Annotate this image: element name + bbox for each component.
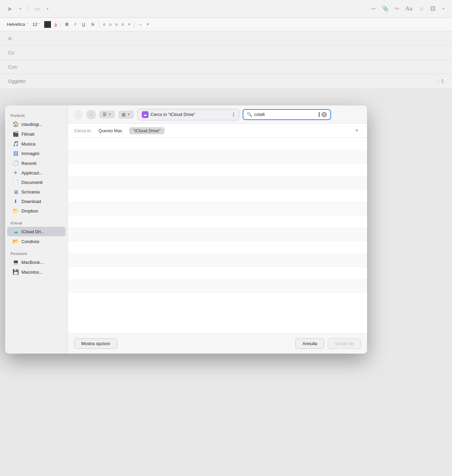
applicazi-icon: ✈ <box>13 170 19 175</box>
list-view-button[interactable]: ☰ ▼ <box>99 111 115 118</box>
grid-view-chevron: ▼ <box>127 113 131 116</box>
sidebar-item-macbook[interactable]: 💻 MacBook... <box>7 257 66 267</box>
file-row-2[interactable] <box>68 151 367 164</box>
font-size-chevron[interactable]: ⌃ <box>38 22 41 26</box>
sidebar-item-filmati-label: Filmati <box>21 132 34 137</box>
file-row-8[interactable] <box>68 228 367 241</box>
text-color-swatch[interactable] <box>44 21 51 28</box>
cc-label: Cc: <box>8 50 29 55</box>
to-field-row[interactable]: A: <box>0 31 452 46</box>
sidebar-section-posizioni-label: Posizioni <box>5 249 68 257</box>
file-row-11[interactable] <box>68 267 367 280</box>
search-location-this-mac[interactable]: Questo Mac <box>95 127 126 134</box>
dialog-footer: Mostra opzioni Annulla Scegli file <box>68 333 367 354</box>
underline-button[interactable]: U <box>81 21 86 27</box>
sidebar-item-recenti-label: Recenti <box>21 161 36 166</box>
sidebar-item-condivisi[interactable]: 📂 Condivisi <box>7 237 66 246</box>
search-location-icloud-drive[interactable]: "iCloud Drive" <box>129 127 164 134</box>
file-row-1[interactable] <box>68 138 367 151</box>
sidebar-item-scrivania[interactable]: 🖥 Scrivania <box>7 187 66 197</box>
choose-file-button[interactable]: Scegli file <box>328 338 361 349</box>
sidebar-item-download-label: Download <box>21 199 41 204</box>
italic-button[interactable]: I <box>73 21 77 27</box>
grid-view-button[interactable]: ⊞ ▼ <box>118 111 134 119</box>
search-clear-button[interactable]: ✕ <box>321 112 327 117</box>
sidebar-item-dropbox[interactable]: 📁 Dropbox <box>7 206 66 216</box>
sidebar-item-macintosh[interactable]: 💾 Macintos... <box>7 267 66 277</box>
font-selector[interactable]: Helvetica ⌃ <box>7 22 29 27</box>
file-row-9[interactable] <box>68 241 367 254</box>
file-row-5[interactable] <box>68 189 367 202</box>
forward-button[interactable]: › <box>86 110 96 119</box>
sidebar-item-immagini[interactable]: 🖼 Immagini <box>7 149 66 158</box>
file-row-6[interactable] <box>68 202 367 215</box>
sidebar: Preferiti 🏠 claudiogi... 🎬 Filmati 🎵 Mus… <box>5 105 68 354</box>
macintosh-icon: 💾 <box>13 269 19 275</box>
sidebar-item-documenti[interactable]: 📄 Documenti <box>7 177 66 187</box>
file-row-4[interactable] <box>68 176 367 189</box>
file-row-3[interactable] <box>68 164 367 176</box>
indent-icon[interactable]: → <box>138 22 143 27</box>
strikethrough-button[interactable]: S <box>90 21 96 27</box>
cancel-button[interactable]: Annulla <box>295 338 324 349</box>
subject-field-row[interactable]: Oggetto: ! ▲▼ <box>0 74 452 88</box>
attach-icon[interactable]: 📎 <box>382 5 389 12</box>
immagini-icon: 🖼 <box>13 151 19 156</box>
photo-dropdown-icon[interactable]: ▼ <box>442 7 445 11</box>
subject-arrows-icon[interactable]: ▲▼ <box>441 79 444 84</box>
font-size-label: 12 <box>32 22 37 27</box>
sidebar-item-claudiogi-label: claudiogi... <box>21 122 42 127</box>
location-label: Cerco in "iCloud Drive" <box>151 112 195 117</box>
mail-toolbar: ➤ ▼ ▭ ▼ ↩ 📎 ✏ Aa ☺ 🖼 ▼ <box>0 0 452 18</box>
bold-button[interactable]: B <box>64 21 70 27</box>
file-row-10[interactable] <box>68 254 367 267</box>
emoji-icon[interactable]: ☺ <box>419 6 424 12</box>
indent-dropdown-icon[interactable]: ▼ <box>146 22 150 26</box>
align-left-icon[interactable]: ≡ <box>103 22 105 27</box>
font-name-label: Helvetica <box>7 22 25 27</box>
list-dropdown-icon[interactable]: ▼ <box>127 22 131 26</box>
list-icon[interactable]: ≡ <box>121 22 124 27</box>
search-input-text[interactable]: cotafi <box>254 112 317 117</box>
sidebar-item-musica-label: Musica <box>21 141 35 147</box>
back-button[interactable]: ‹ <box>73 110 83 119</box>
send-dropdown-icon[interactable]: ▼ <box>19 7 22 11</box>
sidebar-item-musica[interactable]: 🎵 Musica <box>7 139 66 149</box>
sidebar-item-condivisi-label: Condivisi <box>21 239 39 244</box>
add-search-location-button[interactable]: + <box>353 126 361 135</box>
show-options-button[interactable]: Mostra opzioni <box>74 338 117 349</box>
format-toolbar: Helvetica ⌃ 12 ⌃ a B I U S ≡ ≡ ≡ ≡ ▼ → ▼ <box>0 18 452 31</box>
photo-icon[interactable]: 🖼 <box>430 6 436 12</box>
align-center-icon[interactable]: ≡ <box>109 22 111 27</box>
search-box[interactable]: 🔍 cotafi ✕ <box>243 109 331 120</box>
undo-icon[interactable]: ↩ <box>371 5 376 12</box>
location-dropdown[interactable]: ☁ Cerco in "iCloud Drive" ▲ ▼ <box>137 109 239 120</box>
sidebar-item-applicazi[interactable]: ✈ Applicazi... <box>7 168 66 177</box>
bcc-field-row[interactable]: Ccn: <box>0 60 452 74</box>
sidebar-item-dropbox-label: Dropbox <box>21 208 38 214</box>
file-row-12[interactable] <box>68 280 367 293</box>
markup-icon[interactable]: ✏ <box>395 5 399 12</box>
text-color-underline-icon[interactable]: a <box>54 22 57 27</box>
format-sep-1 <box>60 21 60 28</box>
mail-background: ➤ ▼ ▭ ▼ ↩ 📎 ✏ Aa ☺ 🖼 ▼ Helvetica ⌃ 12 ⌃ … <box>0 0 452 476</box>
file-row-7[interactable] <box>68 215 367 228</box>
sidebar-item-filmati[interactable]: 🎬 Filmati <box>7 129 66 139</box>
sidebar-item-claudiogi[interactable]: 🏠 claudiogi... <box>7 119 66 129</box>
dropbox-icon: 📁 <box>13 208 19 214</box>
font-icon[interactable]: Aa <box>405 6 412 12</box>
font-name-chevron[interactable]: ⌃ <box>26 22 29 26</box>
align-right-icon[interactable]: ≡ <box>115 22 118 27</box>
compose-icon[interactable]: ▭ <box>35 5 40 12</box>
send-icon[interactable]: ➤ <box>7 5 13 13</box>
sidebar-item-icloud-drive[interactable]: ☁ iCloud Dri... <box>7 227 66 236</box>
sidebar-item-recenti[interactable]: 🕐 Recenti <box>7 158 66 168</box>
dialog-main: ‹ › ☰ ▼ ⊞ ▼ ☁ Cerco in "iCloud Dr <box>68 105 367 354</box>
sidebar-item-download[interactable]: ⬇ Download <box>7 197 66 206</box>
cc-field-row[interactable]: Cc: <box>0 46 452 60</box>
sidebar-section-icloud-label: iCloud <box>5 218 68 226</box>
font-size-selector[interactable]: 12 ⌃ <box>32 22 40 27</box>
search-icon: 🔍 <box>247 112 252 117</box>
sidebar-item-scrivania-label: Scrivania <box>21 189 39 194</box>
compose-dropdown-icon[interactable]: ▼ <box>46 7 49 11</box>
